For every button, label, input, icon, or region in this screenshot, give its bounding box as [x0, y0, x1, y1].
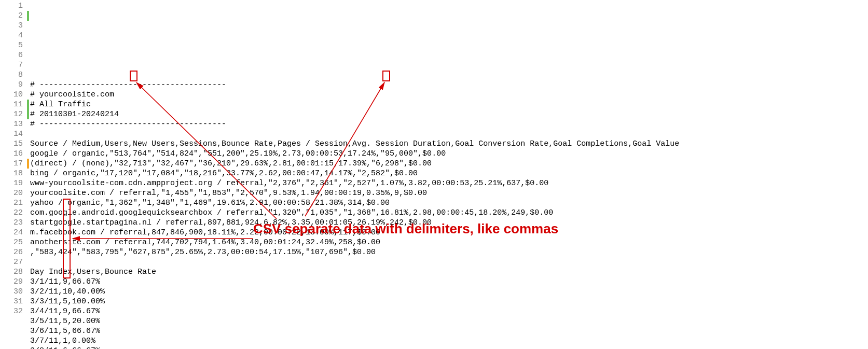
code-line: # --------------------------------------…	[30, 80, 868, 90]
code-line: # yourcoolsite.com	[30, 90, 868, 100]
change-mark	[27, 70, 29, 80]
change-mark	[27, 297, 29, 306]
change-mark	[27, 198, 29, 208]
change-mark	[27, 247, 29, 257]
change-mark	[27, 129, 29, 139]
line-number: 16	[0, 149, 23, 159]
line-number: 15	[0, 139, 23, 149]
delimiter-highlight-3	[63, 199, 71, 278]
code-line: 3/6/11,5,66.67%	[30, 326, 868, 336]
change-mark	[27, 1, 29, 11]
line-number: 3	[0, 21, 23, 31]
code-line: anothersite.com / referral,744,702,794,1…	[30, 238, 868, 247]
code-line: # --------------------------------------…	[30, 119, 868, 129]
change-mark	[27, 257, 29, 267]
line-number: 12	[0, 109, 23, 119]
change-mark	[27, 80, 29, 90]
code-line: Source / Medium,Users,New Users,Sessions…	[30, 139, 868, 149]
change-mark	[27, 149, 29, 159]
change-mark	[27, 277, 29, 287]
change-mark	[27, 159, 29, 169]
line-number-gutter: 1234567891011121314151617181920212223242…	[0, 1, 27, 316]
code-line: google / organic,"513,764","514,824","55…	[30, 149, 868, 159]
change-mark	[27, 287, 29, 297]
change-mark	[27, 188, 29, 198]
line-number: 23	[0, 218, 23, 228]
code-line	[30, 129, 868, 139]
change-mark	[27, 60, 29, 70]
change-mark	[27, 90, 29, 100]
line-number: 19	[0, 178, 23, 188]
line-number: 7	[0, 60, 23, 70]
change-mark	[27, 208, 29, 218]
code-line: bing / organic,"17,120","17,084","18,216…	[30, 169, 868, 178]
code-line: m.facebook.com / referral,847,846,900,18…	[30, 228, 868, 238]
line-number: 1	[0, 1, 23, 11]
code-line: 3/8/11,6,66.67%	[30, 346, 868, 349]
line-number: 14	[0, 129, 23, 139]
code-line: ,"583,424","583,795","627,875",25.65%,2.…	[30, 247, 868, 257]
change-mark	[27, 11, 29, 21]
code-line: www-yourcoolsite-com.cdn.ampproject.org …	[30, 178, 868, 188]
line-number: 5	[0, 40, 23, 50]
code-line: (direct) / (none),"32,713","32,467","36,…	[30, 159, 868, 169]
change-mark	[27, 50, 29, 60]
line-number: 24	[0, 228, 23, 238]
code-line: # 20110301-20240214	[30, 109, 868, 119]
code-line: 3/1/11,9,66.67%	[30, 277, 868, 287]
code-line: 3/7/11,1,0.00%	[30, 336, 868, 346]
code-line: startgoogle.startpagina.nl / referral,89…	[30, 218, 868, 228]
code-line: yahoo / organic,"1,362","1,348","1,469",…	[30, 198, 868, 208]
code-line: 3/5/11,5,20.00%	[30, 316, 868, 326]
change-mark	[27, 169, 29, 178]
change-mark	[27, 119, 29, 129]
change-mark	[27, 306, 29, 316]
line-number: 32	[0, 306, 23, 316]
code-line: com.google.android.googlequicksearchbox …	[30, 208, 868, 218]
code-line: 3/2/11,10,40.00%	[30, 287, 868, 297]
code-line: 3/4/11,9,66.67%	[30, 306, 868, 316]
code-line	[30, 257, 868, 267]
line-number: 13	[0, 119, 23, 129]
change-mark	[27, 267, 29, 277]
line-number: 11	[0, 100, 23, 109]
line-number: 20	[0, 188, 23, 198]
code-line: # All Traffic	[30, 100, 868, 109]
code-line: Day Index,Users,Bounce Rate	[30, 267, 868, 277]
line-number: 17	[0, 159, 23, 169]
change-mark	[27, 228, 29, 238]
line-number: 6	[0, 50, 23, 60]
line-number: 26	[0, 247, 23, 257]
line-number: 10	[0, 90, 23, 100]
line-number: 31	[0, 297, 23, 306]
line-number: 25	[0, 238, 23, 247]
code-line: 3/3/11,5,100.00%	[30, 297, 868, 306]
line-number: 8	[0, 70, 23, 80]
change-mark	[27, 109, 29, 119]
line-number: 28	[0, 267, 23, 277]
line-number: 30	[0, 287, 23, 297]
delimiter-highlight-1	[130, 71, 137, 81]
change-mark	[27, 178, 29, 188]
line-number: 4	[0, 31, 23, 40]
change-mark	[27, 218, 29, 228]
line-number: 27	[0, 257, 23, 267]
delimiter-highlight-2	[382, 71, 390, 81]
line-number: 18	[0, 169, 23, 178]
change-mark	[27, 21, 29, 31]
line-number: 2	[0, 11, 23, 21]
code-line: yourcoolsite.com / referral,"1,455","1,8…	[30, 188, 868, 198]
line-number: 21	[0, 198, 23, 208]
change-mark	[27, 238, 29, 247]
change-mark	[27, 100, 29, 109]
change-mark	[27, 31, 29, 40]
line-number: 29	[0, 277, 23, 287]
change-mark	[27, 139, 29, 149]
code-area: CSV separate data with delimiters, like …	[30, 1, 868, 349]
change-mark	[27, 40, 29, 50]
line-number: 22	[0, 208, 23, 218]
code-editor: 1234567891011121314151617181920212223242…	[0, 0, 868, 349]
line-number: 9	[0, 80, 23, 90]
